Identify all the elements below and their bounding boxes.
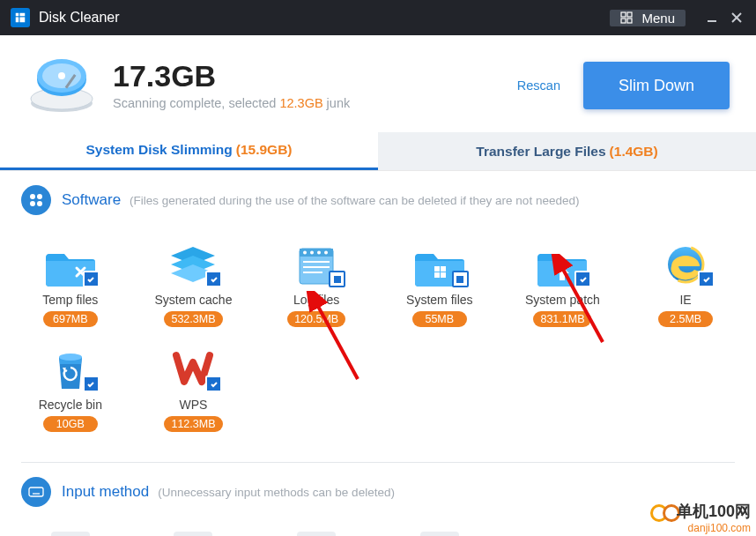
menu-label: Menu <box>641 11 675 26</box>
size-badge: 112.3MB <box>164 416 222 432</box>
section-software-head: Software (Files generated during the use… <box>0 171 756 226</box>
slim-down-button[interactable]: Slim Down <box>583 62 730 109</box>
svg-rect-0 <box>16 13 19 17</box>
size-badge: 532.3MB <box>164 311 222 327</box>
section-input-desc: (Unnecessary input methods can be delete… <box>158 486 395 499</box>
svg-rect-5 <box>627 12 632 17</box>
checkbox-checked-icon <box>205 376 222 392</box>
titlebar: Disk Cleaner Menu <box>0 0 756 35</box>
app-title: Disk Cleaner <box>39 10 120 26</box>
svg-rect-37 <box>441 272 446 278</box>
watermark: 单机100网 danji100.com <box>610 501 751 534</box>
item-log-files[interactable]: Log files 120.5MB <box>255 234 378 339</box>
svg-rect-41 <box>29 488 43 496</box>
svg-rect-34 <box>434 266 440 272</box>
menu-grid-icon <box>620 11 636 24</box>
item-ie[interactable]: IE 2.5MB <box>624 234 747 339</box>
input-item-trad[interactable]: 繁 <box>255 526 378 536</box>
checkbox-checked-icon <box>83 376 100 392</box>
software-grid: Temp files 697MB System cache 532.3MB L <box>0 226 756 462</box>
menu-button[interactable]: Menu <box>610 10 686 26</box>
section-software-desc: (Files generated during the use of the s… <box>130 194 579 207</box>
keyboard-glyph-icon: 日 <box>51 532 90 536</box>
size-badge: 831.1MB <box>533 311 591 327</box>
close-button[interactable] <box>724 5 749 30</box>
scan-summary-text: 17.3GB Scanning complete, selected 12.3G… <box>113 61 517 110</box>
size-badge: 10GB <box>43 416 98 432</box>
scan-status: Scanning complete, selected 12.3GB junk <box>113 96 517 110</box>
item-recycle-bin[interactable]: Recycle bin 10GB <box>9 339 132 444</box>
svg-rect-2 <box>16 17 19 22</box>
size-badge: 55MB <box>412 311 467 327</box>
svg-point-20 <box>30 201 35 206</box>
item-system-cache[interactable]: System cache 532.3MB <box>132 234 256 339</box>
section-software-title: Software <box>62 191 121 209</box>
item-wps[interactable]: WPS 112.3MB <box>132 339 256 444</box>
input-item-ms[interactable]: M <box>378 526 501 536</box>
svg-point-19 <box>37 194 42 199</box>
svg-point-21 <box>37 201 42 206</box>
checkbox-partial-icon <box>329 271 345 287</box>
checkbox-checked-icon <box>574 271 591 287</box>
item-system-patch[interactable]: System patch 831.1MB <box>501 234 625 339</box>
input-item-kr[interactable]: 韓 <box>132 526 256 536</box>
section-software-icon <box>21 185 51 215</box>
svg-point-28 <box>310 251 314 255</box>
input-item-jp[interactable]: 日 <box>9 526 132 536</box>
app-icon <box>11 8 30 27</box>
svg-rect-32 <box>303 266 330 268</box>
svg-point-40 <box>59 354 82 361</box>
keyboard-glyph-icon: 韓 <box>174 532 212 536</box>
svg-rect-1 <box>19 13 25 17</box>
svg-rect-4 <box>621 12 626 17</box>
keyboard-glyph-icon: 繁 <box>297 532 336 536</box>
size-badge: 2.5MB <box>658 311 713 327</box>
size-badge: 697MB <box>43 311 98 327</box>
item-system-files[interactable]: System files 55MB <box>378 234 501 339</box>
checkbox-partial-icon <box>452 271 469 287</box>
svg-rect-33 <box>303 272 322 273</box>
tabs: System Disk Slimming (15.9GB) Transfer L… <box>0 132 756 171</box>
disk-icon <box>26 55 97 116</box>
svg-rect-36 <box>434 272 440 278</box>
svg-rect-31 <box>303 261 330 263</box>
svg-rect-7 <box>627 19 632 23</box>
svg-point-29 <box>317 251 321 255</box>
svg-point-27 <box>303 251 307 255</box>
tab-slimming[interactable]: System Disk Slimming (15.9GB) <box>0 132 378 170</box>
svg-rect-3 <box>19 17 25 22</box>
checkbox-checked-icon <box>83 271 100 287</box>
svg-rect-35 <box>441 266 446 272</box>
section-input-title: Input method <box>62 483 149 501</box>
keyboard-glyph-icon: M <box>420 532 459 536</box>
size-badge: 120.5MB <box>287 311 345 327</box>
rescan-link[interactable]: Rescan <box>517 78 560 93</box>
svg-rect-6 <box>621 19 626 23</box>
svg-point-30 <box>324 251 328 255</box>
tab-transfer[interactable]: Transfer Large Files (1.4GB) <box>378 132 756 170</box>
checkbox-checked-icon <box>205 271 222 287</box>
section-input-icon <box>21 477 51 507</box>
item-temp-files[interactable]: Temp files 697MB <box>9 234 132 339</box>
minimize-button[interactable] <box>700 5 724 30</box>
checkbox-checked-icon <box>698 271 715 287</box>
svg-point-18 <box>30 194 35 199</box>
total-size: 17.3GB <box>113 61 517 91</box>
svg-point-16 <box>58 72 65 79</box>
scan-summary: 17.3GB Scanning complete, selected 12.3G… <box>0 35 756 132</box>
